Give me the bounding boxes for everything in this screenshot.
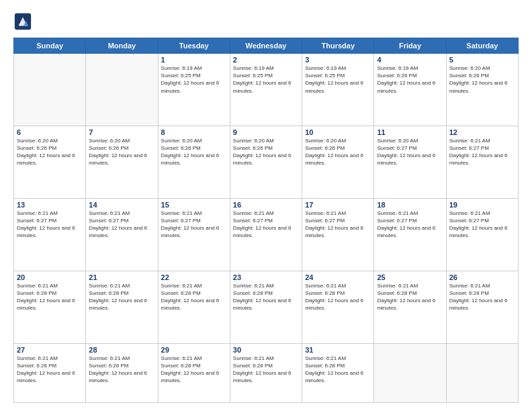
calendar-cell: 25Sunrise: 6:21 AMSunset: 6:28 PMDayligh… — [374, 271, 446, 343]
day-info: Sunrise: 6:21 AMSunset: 6:28 PMDaylight:… — [17, 282, 83, 312]
day-info: Sunrise: 6:20 AMSunset: 6:26 PMDaylight:… — [305, 137, 371, 167]
day-number: 12 — [449, 128, 515, 136]
calendar-cell: 13Sunrise: 6:21 AMSunset: 6:27 PMDayligh… — [14, 198, 86, 271]
day-info: Sunrise: 6:19 AMSunset: 6:25 PMDaylight:… — [161, 64, 227, 95]
day-info: Sunrise: 6:20 AMSunset: 6:26 PMDaylight:… — [17, 137, 83, 167]
day-number: 7 — [89, 128, 154, 136]
calendar-week-5: 27Sunrise: 6:21 AMSunset: 6:28 PMDayligh… — [14, 343, 519, 402]
day-info: Sunrise: 6:21 AMSunset: 6:28 PMDaylight:… — [305, 282, 371, 312]
day-info: Sunrise: 6:21 AMSunset: 6:28 PMDaylight:… — [233, 355, 299, 385]
day-header-thursday: Thursday — [302, 38, 374, 54]
day-number: 19 — [449, 201, 515, 209]
day-info: Sunrise: 6:21 AMSunset: 6:28 PMDaylight:… — [89, 355, 154, 385]
calendar-cell: 26Sunrise: 6:21 AMSunset: 6:28 PMDayligh… — [446, 271, 518, 343]
calendar-cell: 5Sunrise: 6:20 AMSunset: 6:26 PMDaylight… — [446, 54, 518, 126]
day-info: Sunrise: 6:21 AMSunset: 6:28 PMDaylight:… — [377, 282, 443, 312]
day-info: Sunrise: 6:21 AMSunset: 6:28 PMDaylight:… — [17, 355, 83, 385]
day-info: Sunrise: 6:21 AMSunset: 6:27 PMDaylight:… — [89, 210, 154, 240]
day-number: 13 — [17, 201, 83, 209]
calendar-cell: 20Sunrise: 6:21 AMSunset: 6:28 PMDayligh… — [14, 271, 86, 343]
calendar-cell: 23Sunrise: 6:21 AMSunset: 6:28 PMDayligh… — [230, 271, 302, 343]
day-number: 18 — [377, 201, 443, 209]
day-number: 10 — [305, 128, 371, 136]
day-info: Sunrise: 6:19 AMSunset: 6:25 PMDaylight:… — [233, 64, 299, 95]
day-info: Sunrise: 6:21 AMSunset: 6:28 PMDaylight:… — [161, 282, 227, 312]
calendar-cell: 22Sunrise: 6:21 AMSunset: 6:28 PMDayligh… — [158, 271, 230, 343]
calendar-week-2: 6Sunrise: 6:20 AMSunset: 6:26 PMDaylight… — [14, 126, 519, 198]
calendar-cell: 16Sunrise: 6:21 AMSunset: 6:27 PMDayligh… — [230, 198, 302, 271]
calendar-cell — [86, 54, 158, 126]
day-number: 6 — [17, 128, 83, 136]
calendar-cell: 1Sunrise: 6:19 AMSunset: 6:25 PMDaylight… — [158, 54, 230, 126]
page: SundayMondayTuesdayWednesdayThursdayFrid… — [0, 0, 532, 411]
calendar-cell: 7Sunrise: 6:20 AMSunset: 6:26 PMDaylight… — [86, 126, 158, 198]
calendar-header-row: SundayMondayTuesdayWednesdayThursdayFrid… — [14, 38, 519, 54]
day-number: 17 — [305, 201, 371, 209]
day-number: 25 — [377, 273, 443, 281]
calendar-cell: 10Sunrise: 6:20 AMSunset: 6:26 PMDayligh… — [302, 126, 374, 198]
calendar-cell: 11Sunrise: 6:20 AMSunset: 6:27 PMDayligh… — [374, 126, 446, 198]
day-header-sunday: Sunday — [14, 38, 86, 54]
day-number: 21 — [89, 273, 154, 281]
calendar-cell: 29Sunrise: 6:21 AMSunset: 6:28 PMDayligh… — [158, 343, 230, 402]
calendar-cell: 18Sunrise: 6:21 AMSunset: 6:27 PMDayligh… — [374, 198, 446, 271]
calendar-table: SundayMondayTuesdayWednesdayThursdayFrid… — [13, 38, 519, 403]
calendar-cell: 31Sunrise: 6:21 AMSunset: 6:28 PMDayligh… — [302, 343, 374, 402]
day-number: 30 — [233, 346, 299, 354]
calendar-cell — [446, 343, 518, 402]
calendar-cell: 28Sunrise: 6:21 AMSunset: 6:28 PMDayligh… — [86, 343, 158, 402]
day-number: 16 — [233, 201, 299, 209]
day-number: 1 — [161, 56, 227, 64]
day-info: Sunrise: 6:21 AMSunset: 6:27 PMDaylight:… — [377, 210, 443, 240]
calendar-week-3: 13Sunrise: 6:21 AMSunset: 6:27 PMDayligh… — [14, 198, 519, 271]
calendar-cell: 4Sunrise: 6:19 AMSunset: 6:26 PMDaylight… — [374, 54, 446, 126]
calendar-cell: 2Sunrise: 6:19 AMSunset: 6:25 PMDaylight… — [230, 54, 302, 126]
calendar-cell: 12Sunrise: 6:21 AMSunset: 6:27 PMDayligh… — [446, 126, 518, 198]
day-info: Sunrise: 6:21 AMSunset: 6:28 PMDaylight:… — [305, 355, 371, 385]
calendar-cell: 27Sunrise: 6:21 AMSunset: 6:28 PMDayligh… — [14, 343, 86, 402]
day-number: 3 — [305, 56, 371, 64]
day-header-wednesday: Wednesday — [230, 38, 302, 54]
day-number: 11 — [377, 128, 443, 136]
day-number: 29 — [161, 346, 227, 354]
logo-icon — [13, 12, 32, 31]
day-number: 24 — [305, 273, 371, 281]
day-info: Sunrise: 6:20 AMSunset: 6:26 PMDaylight:… — [449, 64, 515, 95]
day-info: Sunrise: 6:21 AMSunset: 6:28 PMDaylight:… — [89, 282, 154, 312]
day-info: Sunrise: 6:21 AMSunset: 6:28 PMDaylight:… — [233, 282, 299, 312]
calendar-cell: 24Sunrise: 6:21 AMSunset: 6:28 PMDayligh… — [302, 271, 374, 343]
day-info: Sunrise: 6:21 AMSunset: 6:28 PMDaylight:… — [449, 282, 515, 312]
day-number: 9 — [233, 128, 299, 136]
day-info: Sunrise: 6:19 AMSunset: 6:26 PMDaylight:… — [377, 64, 443, 95]
day-info: Sunrise: 6:21 AMSunset: 6:27 PMDaylight:… — [449, 210, 515, 240]
calendar-cell: 30Sunrise: 6:21 AMSunset: 6:28 PMDayligh… — [230, 343, 302, 402]
day-info: Sunrise: 6:21 AMSunset: 6:27 PMDaylight:… — [305, 210, 371, 240]
day-number: 4 — [377, 56, 443, 64]
day-info: Sunrise: 6:21 AMSunset: 6:27 PMDaylight:… — [233, 210, 299, 240]
day-number: 2 — [233, 56, 299, 64]
calendar-cell: 17Sunrise: 6:21 AMSunset: 6:27 PMDayligh… — [302, 198, 374, 271]
logo — [13, 12, 34, 31]
day-info: Sunrise: 6:20 AMSunset: 6:26 PMDaylight:… — [161, 137, 227, 167]
calendar-cell — [14, 54, 86, 126]
calendar-cell — [374, 343, 446, 402]
day-info: Sunrise: 6:21 AMSunset: 6:27 PMDaylight:… — [17, 210, 83, 240]
day-header-monday: Monday — [86, 38, 158, 54]
calendar-cell: 21Sunrise: 6:21 AMSunset: 6:28 PMDayligh… — [86, 271, 158, 343]
day-header-saturday: Saturday — [446, 38, 518, 54]
calendar-cell: 6Sunrise: 6:20 AMSunset: 6:26 PMDaylight… — [14, 126, 86, 198]
day-number: 31 — [305, 346, 371, 354]
day-info: Sunrise: 6:20 AMSunset: 6:26 PMDaylight:… — [233, 137, 299, 167]
day-info: Sunrise: 6:21 AMSunset: 6:27 PMDaylight:… — [449, 137, 515, 167]
calendar-week-1: 1Sunrise: 6:19 AMSunset: 6:25 PMDaylight… — [14, 54, 519, 126]
calendar-cell: 19Sunrise: 6:21 AMSunset: 6:27 PMDayligh… — [446, 198, 518, 271]
day-number: 15 — [161, 201, 227, 209]
day-number: 20 — [17, 273, 83, 281]
day-number: 27 — [17, 346, 83, 354]
day-number: 8 — [161, 128, 227, 136]
day-number: 26 — [449, 273, 515, 281]
day-number: 14 — [89, 201, 154, 209]
day-info: Sunrise: 6:21 AMSunset: 6:28 PMDaylight:… — [161, 355, 227, 385]
calendar-cell: 8Sunrise: 6:20 AMSunset: 6:26 PMDaylight… — [158, 126, 230, 198]
day-number: 28 — [89, 346, 154, 354]
